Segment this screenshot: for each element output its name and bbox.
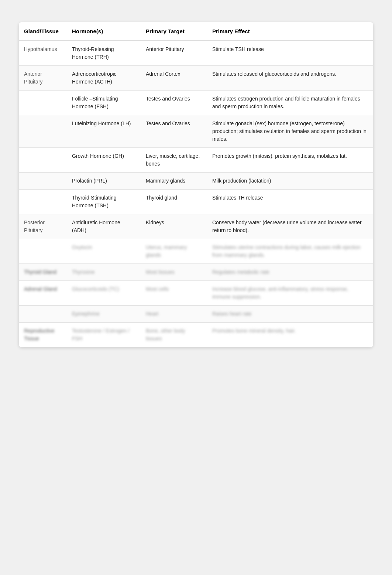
cell-hormone: Antidiuretic Hormone (ADH)	[67, 214, 141, 239]
cell-hormone: Epinephrine	[67, 306, 141, 323]
table-row: Thyroid GlandThyroxineMost tissuesRegula…	[19, 264, 373, 281]
cell-target: Bone, other body tissues	[141, 323, 207, 347]
cell-gland: Hypothalamus	[19, 41, 67, 66]
cell-effect: Stimulate gonadal (sex) hormone (estroge…	[207, 115, 373, 148]
cell-gland	[19, 306, 67, 323]
cell-hormone: Luteinizing Hormone (LH)	[67, 115, 141, 148]
header-hormone: Hormone(s)	[67, 22, 141, 41]
table-row: Adrenal GlandGlucocorticoids (TC)Most ce…	[19, 281, 373, 306]
hormone-table: Gland/Tissue Hormone(s) Primary Target P…	[19, 22, 373, 347]
cell-hormone: Prolactin (PRL)	[67, 173, 141, 190]
header-gland: Gland/Tissue	[19, 22, 67, 41]
cell-target: Kidneys	[141, 214, 207, 239]
hormone-table-container: Gland/Tissue Hormone(s) Primary Target P…	[19, 22, 373, 347]
cell-gland: Thyroid Gland	[19, 264, 67, 281]
cell-hormone: Adrenocorticotropic Hormone (ACTH)	[67, 66, 141, 91]
cell-gland	[19, 173, 67, 190]
table-row: OxytocinUterus, mammary glandsStimulates…	[19, 239, 373, 264]
header-effect: Primary Effect	[207, 22, 373, 41]
cell-effect: Stimulate TSH release	[207, 41, 373, 66]
cell-effect: Conserve body water (decrease urine volu…	[207, 214, 373, 239]
table-row: EpinephrineHeartRaises heart rate	[19, 306, 373, 323]
cell-gland: Anterior Pituitary	[19, 66, 67, 91]
cell-effect: Promotes bone mineral density, hair.	[207, 323, 373, 347]
cell-hormone: Thyroid-Stimulating Hormone (TSH)	[67, 190, 141, 214]
cell-gland	[19, 239, 67, 264]
cell-target: Most tissues	[141, 264, 207, 281]
cell-effect: Stimulates uterine contractions during l…	[207, 239, 373, 264]
table-row: Thyroid-Stimulating Hormone (TSH)Thyroid…	[19, 190, 373, 214]
cell-effect: Regulates metabolic rate	[207, 264, 373, 281]
cell-hormone: Thyroxine	[67, 264, 141, 281]
table-row: Follicle –Stimulating Hormone (FSH)Teste…	[19, 91, 373, 115]
cell-hormone: Growth Hormone (GH)	[67, 148, 141, 173]
table-row: Reproductive TissueTestosterone / Estrog…	[19, 323, 373, 347]
cell-effect: Increase blood glucose, anti-inflammator…	[207, 281, 373, 306]
cell-target: Uterus, mammary glands	[141, 239, 207, 264]
cell-target: Testes and Ovaries	[141, 115, 207, 148]
table-row: HypothalamusThyroid-Releasing Hormone (T…	[19, 41, 373, 66]
cell-target: Heart	[141, 306, 207, 323]
cell-gland	[19, 148, 67, 173]
cell-gland: Adrenal Gland	[19, 281, 67, 306]
cell-target: Adrenal Cortex	[141, 66, 207, 91]
cell-effect: Stimulates estrogen production and folli…	[207, 91, 373, 115]
table-row: Luteinizing Hormone (LH)Testes and Ovari…	[19, 115, 373, 148]
cell-gland	[19, 115, 67, 148]
cell-effect: Stimulates released of glucocorticoids a…	[207, 66, 373, 91]
cell-target: Anterior Pituitary	[141, 41, 207, 66]
cell-target: Most cells	[141, 281, 207, 306]
cell-gland: Posterior Pituitary	[19, 214, 67, 239]
cell-gland	[19, 91, 67, 115]
cell-target: Thyroid gland	[141, 190, 207, 214]
cell-target: Testes and Ovaries	[141, 91, 207, 115]
cell-target: Liver, muscle, cartilage, bones	[141, 148, 207, 173]
table-row: Posterior PituitaryAntidiuretic Hormone …	[19, 214, 373, 239]
table-row: Prolactin (PRL)Mammary glandsMilk produc…	[19, 173, 373, 190]
table-row: Growth Hormone (GH)Liver, muscle, cartil…	[19, 148, 373, 173]
cell-hormone: Follicle –Stimulating Hormone (FSH)	[67, 91, 141, 115]
cell-effect: Promotes growth (mitosis), protein synth…	[207, 148, 373, 173]
cell-gland	[19, 190, 67, 214]
cell-hormone: Thyroid-Releasing Hormone (TRH)	[67, 41, 141, 66]
cell-effect: Stimulates TH release	[207, 190, 373, 214]
cell-effect: Raises heart rate	[207, 306, 373, 323]
cell-target: Mammary glands	[141, 173, 207, 190]
table-row: Anterior PituitaryAdrenocorticotropic Ho…	[19, 66, 373, 91]
cell-gland: Reproductive Tissue	[19, 323, 67, 347]
cell-hormone: Testosterone / Estrogen / FSH	[67, 323, 141, 347]
cell-effect: Milk production (lactation)	[207, 173, 373, 190]
cell-hormone: Oxytocin	[67, 239, 141, 264]
table-header-row: Gland/Tissue Hormone(s) Primary Target P…	[19, 22, 373, 41]
cell-hormone: Glucocorticoids (TC)	[67, 281, 141, 306]
header-target: Primary Target	[141, 22, 207, 41]
